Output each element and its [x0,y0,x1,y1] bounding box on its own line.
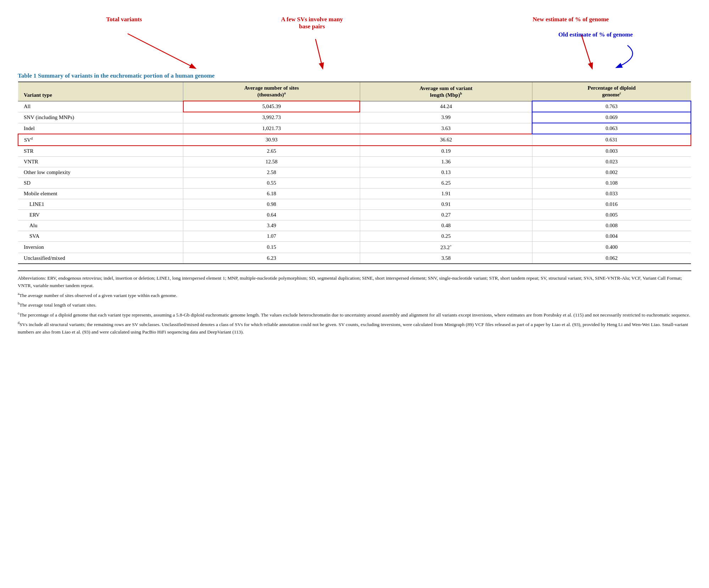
cell-variant: SD [18,178,183,189]
footnotes: Abbreviations: ERV, endogenous retroviru… [18,270,691,336]
table-row: VNTR12.581.360.023 [18,157,691,167]
cell-sites: 1.07 [183,231,360,242]
cell-percentage: 0.023 [532,157,691,167]
table-row: Other low complexity2.580.130.002 [18,167,691,178]
table-row: LINE10.980.910.016 [18,199,691,210]
cell-percentage: 0.062 [532,253,691,264]
cell-variant: All [18,101,183,112]
cell-length: 3.99 [360,112,532,123]
table-row: Unclassified/mixed6.233.580.062 [18,253,691,264]
cell-variant: Other low complexity [18,167,183,178]
annotations-area: Total variants A few SVs involve manybas… [18,14,691,71]
col-header-sites: Average number of sites(thousands)a [183,82,360,101]
cell-sites: 3.49 [183,220,360,231]
cell-sites: 0.98 [183,199,360,210]
cell-variant: SVd [18,134,183,146]
cell-variant: SNV (including MNPs) [18,112,183,123]
cell-percentage: 0.063 [532,123,691,134]
table-header-row: Variant type Average number of sites(tho… [18,82,691,101]
cell-percentage: 0.400 [532,242,691,253]
cell-percentage: 0.108 [532,178,691,189]
cell-sites: 30.93 [183,134,360,146]
footnote-b: bThe average total length of variant sit… [18,301,691,309]
table-row: ERV0.640.270.005 [18,210,691,220]
col-header-length: Average sum of variantlength (Mbp)b [360,82,532,101]
cell-variant: SVA [18,231,183,242]
cell-percentage: 0.008 [532,220,691,231]
cell-length: 0.25 [360,231,532,242]
cell-length: 0.48 [360,220,532,231]
cell-variant: Indel [18,123,183,134]
cell-length: 3.63 [360,123,532,134]
cell-percentage: 0.763 [532,101,691,112]
cell-percentage: 0.003 [532,146,691,157]
footnote-d: dSVs include all structural variants; th… [18,320,691,336]
footnote-c: cThe percentage of a diploid genome that… [18,310,691,319]
table-row: Alu3.490.480.008 [18,220,691,231]
cell-sites: 12.58 [183,157,360,167]
cell-length: 0.13 [360,167,532,178]
cell-sites: 0.64 [183,210,360,220]
table-row: SNV (including MNPs)3,992.733.990.069 [18,112,691,123]
cell-percentage: 0.016 [532,199,691,210]
cell-length: 1.91 [360,189,532,199]
svg-line-2 [581,35,592,68]
cell-length: 44.24 [360,101,532,112]
table-row: STR2.650.190.003 [18,146,691,157]
cell-length: 0.27 [360,210,532,220]
cell-length: 0.19 [360,146,532,157]
cell-percentage: 0.631 [532,134,691,146]
cell-length: 23.2+ [360,242,532,253]
annotation-total-variants: Total variants [92,16,156,23]
svg-line-1 [316,39,323,68]
cell-percentage: 0.004 [532,231,691,242]
table-row: SVd30.9336.620.631 [18,134,691,146]
footnote-a: aThe average number of sites observed of… [18,291,691,299]
svg-line-0 [128,34,195,68]
cell-length: 36.62 [360,134,532,146]
table-title: Table 1 Summary of variants in the euchr… [18,71,691,79]
cell-percentage: 0.005 [532,210,691,220]
cell-length: 6.25 [360,178,532,189]
col-header-percentage: Percentage of diploidgenomec [532,82,691,101]
table-row: Mobile element6.181.910.033 [18,189,691,199]
cell-variant: STR [18,146,183,157]
cell-length: 1.36 [360,157,532,167]
cell-sites: 0.55 [183,178,360,189]
table-row: Indel1,021.733.630.063 [18,123,691,134]
cell-sites: 2.65 [183,146,360,157]
annotation-old-estimate: Old estimate of % of genome [546,31,645,38]
annotation-few-svs: A few SVs involve manybase pairs [273,16,351,30]
col-header-variant: Variant type [18,82,183,101]
cell-sites: 0.15 [183,242,360,253]
cell-percentage: 0.002 [532,167,691,178]
cell-percentage: 0.033 [532,189,691,199]
footnote-abbrev: Abbreviations: ERV, endogenous retroviru… [18,275,691,290]
cell-length: 3.58 [360,253,532,264]
cell-variant: LINE1 [18,199,183,210]
cell-sites: 3,992.73 [183,112,360,123]
cell-variant: ERV [18,210,183,220]
cell-variant: Mobile element [18,189,183,199]
cell-sites: 6.23 [183,253,360,264]
cell-sites: 6.18 [183,189,360,199]
cell-sites: 1,021.73 [183,123,360,134]
cell-sites: 5,045.39 [183,101,360,112]
annotation-new-estimate: New estimate of % of genome [521,16,620,23]
cell-variant: Unclassified/mixed [18,253,183,264]
cell-sites: 2.58 [183,167,360,178]
table-row: SVA1.070.250.004 [18,231,691,242]
cell-percentage: 0.069 [532,112,691,123]
data-table: Variant type Average number of sites(tho… [18,82,691,264]
table-row: Inversion0.1523.2+0.400 [18,242,691,253]
table-row: All5,045.3944.240.763 [18,101,691,112]
cell-variant: Inversion [18,242,183,253]
cell-variant: Alu [18,220,183,231]
cell-length: 0.91 [360,199,532,210]
table-row: SD0.556.250.108 [18,178,691,189]
cell-variant: VNTR [18,157,183,167]
